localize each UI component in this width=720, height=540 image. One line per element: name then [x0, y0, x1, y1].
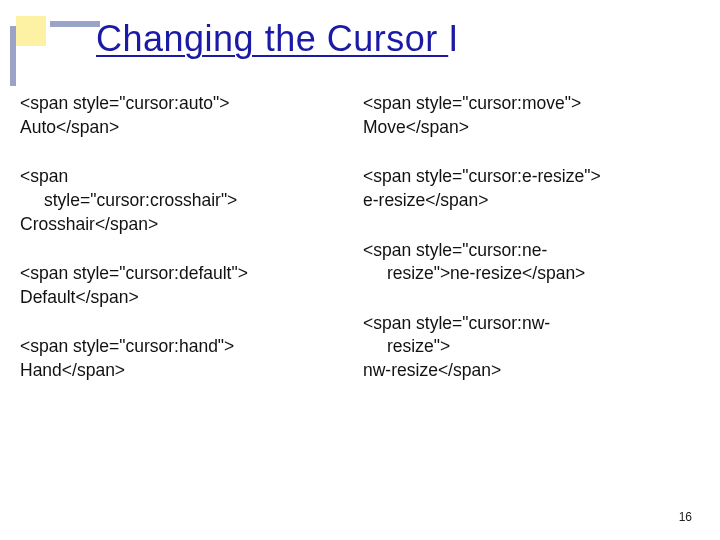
code-snippet-auto: <span style="cursor:auto"> Auto</span> — [20, 92, 345, 139]
title-underlined: Changing the Cursor — [96, 18, 448, 59]
code-line: Auto</span> — [20, 116, 345, 140]
slide: Changing the Cursor I <span style="curso… — [0, 0, 720, 540]
code-snippet-e-resize: <span style="cursor:e-resize"> e-resize<… — [363, 165, 688, 212]
code-line: <span style="cursor:default"> — [20, 262, 345, 286]
content-columns: <span style="cursor:auto"> Auto</span> <… — [20, 92, 688, 409]
code-line: Crosshair</span> — [20, 213, 345, 237]
page-title: Changing the Cursor I — [96, 18, 459, 60]
code-line: resize"> — [363, 335, 688, 359]
yellow-square — [16, 16, 46, 46]
left-column: <span style="cursor:auto"> Auto</span> <… — [20, 92, 345, 409]
page-number: 16 — [679, 510, 692, 524]
code-line: Default</span> — [20, 286, 345, 310]
code-snippet-move: <span style="cursor:move"> Move</span> — [363, 92, 688, 139]
code-snippet-default: <span style="cursor:default"> Default</s… — [20, 262, 345, 309]
gray-bar-left — [10, 26, 16, 86]
right-column: <span style="cursor:move"> Move</span> <… — [363, 92, 688, 409]
code-line: resize">ne-resize</span> — [363, 262, 688, 286]
code-line: nw-resize</span> — [363, 359, 688, 383]
code-line: <span style="cursor:auto"> — [20, 92, 345, 116]
code-snippet-nw-resize: <span style="cursor:nw- resize"> nw-resi… — [363, 312, 688, 383]
code-line: Move</span> — [363, 116, 688, 140]
code-line: <span style="cursor:ne- — [363, 239, 688, 263]
code-snippet-hand: <span style="cursor:hand"> Hand</span> — [20, 335, 345, 382]
code-line: e-resize</span> — [363, 189, 688, 213]
gray-bar-top — [50, 21, 100, 27]
code-line: <span style="cursor:move"> — [363, 92, 688, 116]
code-snippet-crosshair: <span style="cursor:crosshair"> Crosshai… — [20, 165, 345, 236]
code-snippet-ne-resize: <span style="cursor:ne- resize">ne-resiz… — [363, 239, 688, 286]
code-line: Hand</span> — [20, 359, 345, 383]
code-line: style="cursor:crosshair"> — [20, 189, 345, 213]
code-line: <span style="cursor:nw- — [363, 312, 688, 336]
title-suffix: I — [448, 18, 459, 59]
code-line: <span style="cursor:hand"> — [20, 335, 345, 359]
code-line: <span style="cursor:e-resize"> — [363, 165, 688, 189]
code-line: <span — [20, 165, 345, 189]
